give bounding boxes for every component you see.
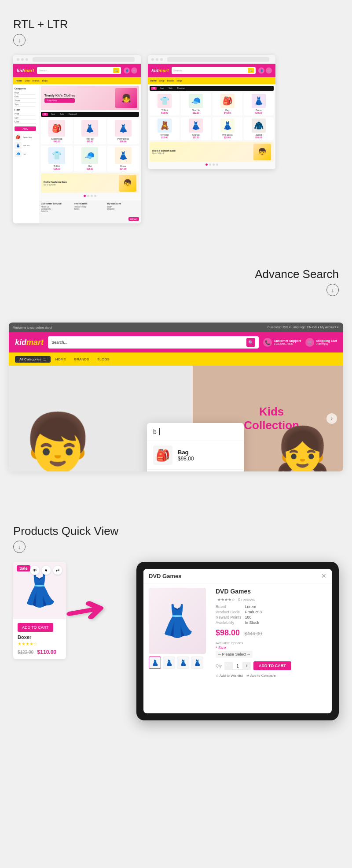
section-rtl-label: RTL + LTR	[13, 18, 339, 31]
km-sidebar-size[interactable]: Size	[15, 116, 36, 120]
sd-search-button[interactable]: 🔍	[246, 338, 255, 347]
km-dot-1[interactable]	[84, 195, 86, 197]
sd-support-text: Customer Support 123-456-7890	[274, 339, 301, 345]
sd-search-container[interactable]: Search... 🔍	[48, 336, 259, 349]
sd-item-bag-img: 🎒	[153, 445, 172, 465]
section-qv-label: Products Quick View	[13, 524, 339, 538]
km-product-img-1: 🎒	[48, 120, 65, 137]
km-product-card-3: 👗 Party Dress $28.00	[107, 119, 139, 144]
km-filter-sale[interactable]: Sale	[58, 113, 66, 116]
km-sidebar-item-1[interactable]: Boys	[15, 91, 36, 95]
km-main-content: Trendy Kid's Clothes Shop Now 👧 All New …	[39, 84, 141, 223]
qv-thumb-1[interactable]: 👗	[149, 657, 161, 669]
qv-add-to-cart-btn[interactable]: ADD TO CART	[18, 623, 53, 632]
qv-modal-close-btn[interactable]: ✕	[321, 572, 326, 579]
km-dot-3[interactable]	[91, 195, 93, 197]
km-sidebar-item-3[interactable]: Shoes	[15, 99, 36, 103]
km-user-icon[interactable]: 👤	[124, 67, 130, 74]
rtl-nav-blogs[interactable]: Blogs	[176, 79, 182, 82]
qv-thumb-3[interactable]: 👗	[177, 657, 189, 669]
sd-dropdown-item-bag[interactable]: 🎒 Bag $98.00	[147, 441, 244, 470]
qv-thumb-4[interactable]: 👗	[191, 657, 203, 669]
sd-all-categories-btn[interactable]: All Categories ☰	[15, 356, 51, 363]
km-filter-new[interactable]: New	[49, 113, 57, 116]
rtl-dot-carousel-1[interactable]	[205, 163, 208, 166]
qv-device-wrapper: DVD Games ✕ 👗 👗 👗 👗 👗	[136, 562, 339, 720]
km-banner-title: Trendy Kid's Clothes	[44, 94, 75, 97]
km-sale-banner: Kid's Fashion Sale Up to 50% off 👦	[41, 173, 139, 193]
qv-modal-select[interactable]: -- Please Select --	[216, 651, 253, 658]
km-search-btn[interactable]: 🔍	[113, 68, 119, 73]
rtl-filter-new[interactable]: New	[158, 87, 165, 90]
km-nav-blogs[interactable]: Blogs	[42, 79, 48, 82]
km-product-price-4: $18.00	[54, 167, 60, 170]
rtl-dot-carousel-2[interactable]	[209, 163, 211, 166]
rtl-filter-sale[interactable]: Sale	[167, 87, 174, 90]
sd-nav-home[interactable]: HOME	[52, 357, 70, 361]
qv-product-card: Sale 👁 ♥ ⇄ 👗 ADD TO CART Boxer ★★★★☆ $12…	[13, 562, 66, 659]
sd-item-bag-info: Bag $98.00	[178, 449, 194, 462]
km-sidebar-item-4[interactable]: Toys	[15, 103, 36, 107]
qv-modal-price-orig: $444.00	[245, 631, 262, 636]
qv-eye-icon[interactable]: 👁	[30, 565, 40, 575]
km-footer-link-3[interactable]: Returns	[41, 210, 73, 212]
rtl-km-logo: kidmart	[151, 68, 169, 73]
km-nav-brands[interactable]: Brands	[33, 79, 40, 82]
rtl-nav-shop[interactable]: Shop	[159, 79, 165, 82]
rtl-product-img-2: 🧢	[189, 94, 203, 108]
km-dot-4[interactable]	[94, 195, 96, 197]
sd-nav-blogs[interactable]: BLOGS	[94, 357, 113, 361]
rtl-km-search[interactable]: Search... 🔍	[172, 67, 256, 74]
rtl-nav-home[interactable]: Home	[150, 79, 157, 82]
sd-hero-next-arrow[interactable]: ›	[326, 413, 337, 424]
sd-categories-icon: ☰	[43, 357, 46, 361]
rtl-nav-brands[interactable]: Brands	[167, 79, 174, 82]
km-filter-featured[interactable]: Featured	[67, 113, 78, 116]
km-product-price-6: $24.00	[120, 167, 126, 170]
qv-thumb-2[interactable]: 👗	[163, 657, 175, 669]
rtl-cart-icon[interactable]: 🛒	[266, 67, 272, 74]
km-search-bar[interactable]: Search... 🔍	[37, 67, 121, 74]
sd-cart-group[interactable]: 🛒 Shopping Cart 0 item(s)	[305, 338, 337, 347]
qv-qty-minus[interactable]: −	[224, 662, 232, 670]
sd-cart-icon[interactable]: 🛒	[305, 338, 314, 347]
rtl-dot-carousel-3[interactable]	[213, 163, 215, 166]
km-banner-text: Trendy Kid's Clothes Shop Now	[44, 94, 75, 103]
sd-dropdown-item-bikes[interactable]: 🚲 Balance Bikes $122.00	[147, 470, 244, 471]
search-demo-wrapper: Welcome to our online shop! Currency: US…	[0, 323, 352, 498]
km-nav-shop[interactable]: Shop	[25, 79, 30, 82]
km-filter-all[interactable]: All	[42, 113, 48, 116]
km-sidebar-color[interactable]: Color	[15, 120, 36, 124]
qv-qty-plus[interactable]: +	[243, 662, 251, 670]
qv-wishlist-icon[interactable]: ♥	[41, 565, 51, 575]
km-sidebar-price[interactable]: Price	[15, 112, 36, 116]
km-dot-2[interactable]	[87, 195, 89, 197]
qv-qty-value[interactable]: 1	[232, 662, 243, 670]
km-footer-col-2: Information Privacy Policy Terms	[74, 202, 106, 212]
sd-topbar-left: Welcome to our online shop!	[13, 326, 52, 329]
rtl-filter-all[interactable]: All	[151, 87, 157, 90]
rtl-products-row1: 👕 T-Shirt $18.00 🧢 Blue Hat $22.00 🎒 Bag…	[150, 93, 274, 115]
sd-search-input[interactable]: Search...	[51, 340, 245, 345]
rtl-dot-carousel-4[interactable]	[216, 163, 218, 166]
sd-nav-brands[interactable]: BRANDS	[71, 357, 92, 361]
qv-compare-icon[interactable]: ⇄	[53, 565, 62, 575]
qv-modal-compare-btn[interactable]: ⇄ Add to Compare	[246, 674, 276, 678]
km-sidebar-item-name-3: Hat	[23, 153, 26, 155]
km-sidebar-filter: Filter	[15, 108, 36, 111]
km-cart-icon[interactable]: 🛒	[131, 67, 137, 74]
km-footer-info-2[interactable]: Terms	[74, 208, 106, 210]
km-sidebar-item-2[interactable]: Girls	[15, 95, 36, 99]
rtl-filter-featured[interactable]: Featured	[176, 87, 187, 90]
rtl-search-btn[interactable]: 🔍	[248, 68, 254, 73]
sd-dropdown-input-area[interactable]: b	[147, 423, 244, 441]
sd-dropdown-input-text[interactable]: b	[153, 428, 157, 435]
km-banner-btn[interactable]: Shop Now	[44, 98, 75, 103]
rtl-user-icon[interactable]: 👤	[258, 67, 264, 74]
km-sidebar-apply-btn[interactable]: Apply	[15, 126, 36, 131]
qv-modal-add-to-cart-btn[interactable]: ADD TO CART	[253, 661, 291, 670]
km-nav-home[interactable]: Home	[16, 79, 22, 82]
qv-modal-wishlist-btn[interactable]: ☆ Add to Wishlist	[216, 674, 243, 678]
km-footer-acc-2[interactable]: Register	[107, 208, 139, 210]
sd-support-group: 📞 Customer Support 123-456-7890	[263, 338, 301, 347]
